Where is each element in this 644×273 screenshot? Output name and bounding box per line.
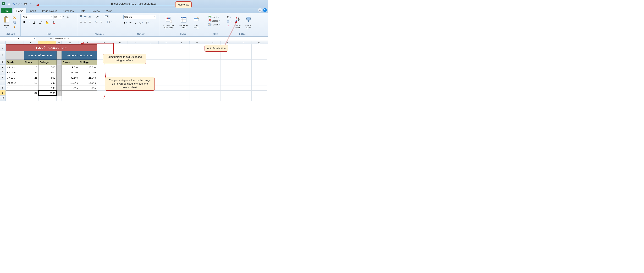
italic-button[interactable]: I xyxy=(27,20,31,24)
merge-center-icon[interactable]: a▾ xyxy=(107,20,112,24)
autosum-button[interactable]: Σ▾ xyxy=(226,16,232,20)
decrease-indent-icon[interactable] xyxy=(94,20,98,24)
col-header-F[interactable]: F xyxy=(79,41,97,44)
find-select-button[interactable]: Find & Select▾ xyxy=(244,15,253,31)
col-header-O[interactable]: O xyxy=(220,41,236,44)
grow-font-icon[interactable]: A▲ xyxy=(62,15,66,19)
accounting-format-icon[interactable]: $▾ xyxy=(124,21,127,24)
cut-icon[interactable] xyxy=(12,16,16,19)
svg-text:a: a xyxy=(109,21,110,23)
delete-cells-button[interactable]: Delete▾ xyxy=(208,19,224,22)
col-header-D[interactable]: D xyxy=(56,41,62,44)
col-header-C[interactable]: C xyxy=(38,41,56,44)
comma-format-icon[interactable]: , xyxy=(134,21,138,24)
col-header-H[interactable]: H xyxy=(112,41,128,44)
svg-rect-14 xyxy=(14,22,16,24)
clear-button[interactable]: ▾ xyxy=(226,24,232,27)
svg-point-74 xyxy=(248,17,250,20)
align-right-icon[interactable] xyxy=(88,20,92,24)
col-header-G[interactable]: G xyxy=(97,41,112,44)
formula-input[interactable]: =SUM(C4:C8) xyxy=(54,36,268,41)
align-middle-icon[interactable] xyxy=(83,15,87,18)
fx-button[interactable]: fx xyxy=(48,36,54,41)
table-row: A to A-1650019.5%25.0% xyxy=(6,65,97,70)
col-header-P[interactable]: P xyxy=(236,41,252,44)
tab-review[interactable]: Review xyxy=(88,8,103,14)
row-header-6[interactable]: 6 xyxy=(0,75,6,80)
format-painter-icon[interactable] xyxy=(12,25,16,29)
orientation-icon[interactable]: ab▾ xyxy=(94,15,100,18)
row-header-10[interactable]: 10 xyxy=(0,96,6,101)
group-cells: Insert▾ Delete▾ Format▾ Cells xyxy=(206,14,225,36)
wrap-text-icon[interactable] xyxy=(104,15,109,18)
bold-button[interactable]: B xyxy=(22,20,26,24)
tab-data[interactable]: Data xyxy=(77,8,88,14)
tab-page-layout[interactable]: Page Layout xyxy=(39,8,60,14)
tab-insert[interactable]: Insert xyxy=(26,8,39,14)
col-header-K[interactable]: K xyxy=(159,41,174,44)
save-icon[interactable] xyxy=(6,2,11,6)
redo-icon[interactable]: ▾ xyxy=(18,2,22,6)
align-top-icon[interactable] xyxy=(79,15,83,18)
shrink-font-icon[interactable]: A▼ xyxy=(66,15,70,19)
select-all-corner[interactable] xyxy=(0,41,6,44)
align-bottom-icon[interactable] xyxy=(88,15,92,18)
number-format-combo[interactable]: General▾ xyxy=(124,15,156,19)
align-left-icon[interactable] xyxy=(79,20,83,24)
col-header-N[interactable]: N xyxy=(205,41,220,44)
excel-app-icon[interactable]: X xyxy=(1,2,6,6)
col-header-E[interactable]: E xyxy=(62,41,79,44)
col-header-M[interactable]: M xyxy=(190,41,205,44)
row-header-4[interactable]: 4 xyxy=(0,65,6,70)
col-header-L[interactable]: L xyxy=(174,41,190,44)
tab-home[interactable]: Home xyxy=(13,8,26,14)
help-icon[interactable]: ? xyxy=(263,8,267,12)
fill-color-icon[interactable]: ▾ xyxy=(45,20,51,24)
row-header-5[interactable]: 5 xyxy=(0,70,6,75)
sort-filter-button[interactable]: AZ Sort & Filter▾ xyxy=(233,15,242,31)
col-header-J[interactable]: J xyxy=(143,41,159,44)
font-name-combo[interactable]: Arial▾ xyxy=(22,15,53,19)
align-center-icon[interactable] xyxy=(83,20,87,24)
font-size-combo[interactable]: 12▾ xyxy=(53,15,62,19)
col-header-I[interactable]: I xyxy=(128,41,143,44)
cell-styles-button[interactable]: Cell Styles▾ xyxy=(191,15,202,31)
col-header-B[interactable]: B xyxy=(24,41,38,44)
undo-icon[interactable]: ▾ xyxy=(12,2,17,6)
decrease-decimal-icon[interactable]: .00.0 xyxy=(145,21,150,24)
cells-grid[interactable]: Grade DistributionNumber of StudentsPerc… xyxy=(6,44,268,103)
selected-cell[interactable]: 2000 xyxy=(38,90,56,96)
font-color-icon[interactable]: A▾ xyxy=(52,20,59,24)
row-header-7[interactable]: 7 xyxy=(0,80,6,85)
svg-rect-31 xyxy=(105,16,108,18)
paste-button[interactable]: Paste ▾ xyxy=(1,15,11,29)
row-header-1[interactable]: 1 xyxy=(0,44,6,51)
print-icon[interactable] xyxy=(23,2,28,6)
file-tab[interactable]: File xyxy=(1,8,12,14)
insert-cells-button[interactable]: Insert▾ xyxy=(208,16,224,18)
row-header-9[interactable]: 9 xyxy=(0,90,6,96)
format-cells-button[interactable]: Format▾ xyxy=(208,23,224,26)
row-header-2[interactable]: 2 xyxy=(0,51,6,60)
name-box[interactable]: C9▾ xyxy=(0,36,36,41)
format-as-table-button[interactable]: Format as Table▾ xyxy=(177,15,190,31)
table-title[interactable]: Grade Distribution xyxy=(6,44,97,52)
row-header-8[interactable]: 8 xyxy=(0,85,6,90)
row-header-3[interactable]: 3 xyxy=(0,60,6,65)
increase-indent-icon[interactable] xyxy=(99,20,103,24)
fill-button[interactable]: ▾ xyxy=(226,20,232,23)
callout-sum: Sum function in cell C9 added using Auto… xyxy=(103,54,146,64)
percent-format-icon[interactable]: % xyxy=(128,21,132,24)
conditional-formatting-button[interactable]: Conditional Formatting▾ xyxy=(161,15,176,31)
increase-decimal-icon[interactable]: .0.00 xyxy=(139,21,144,24)
tab-view[interactable]: View xyxy=(103,8,115,14)
tab-formulas[interactable]: Formulas xyxy=(60,8,77,14)
borders-icon[interactable]: ▾ xyxy=(38,20,44,24)
minimize-ribbon-icon[interactable] xyxy=(258,8,262,12)
col-header-A[interactable]: A xyxy=(6,41,24,44)
copy-icon[interactable] xyxy=(12,20,16,24)
qat-customize-icon[interactable]: ▾ xyxy=(28,2,33,6)
alignment-group-label: Alignment xyxy=(79,32,120,36)
col-header-Q[interactable]: Q xyxy=(252,41,267,44)
underline-button[interactable]: U▾ xyxy=(32,20,37,24)
